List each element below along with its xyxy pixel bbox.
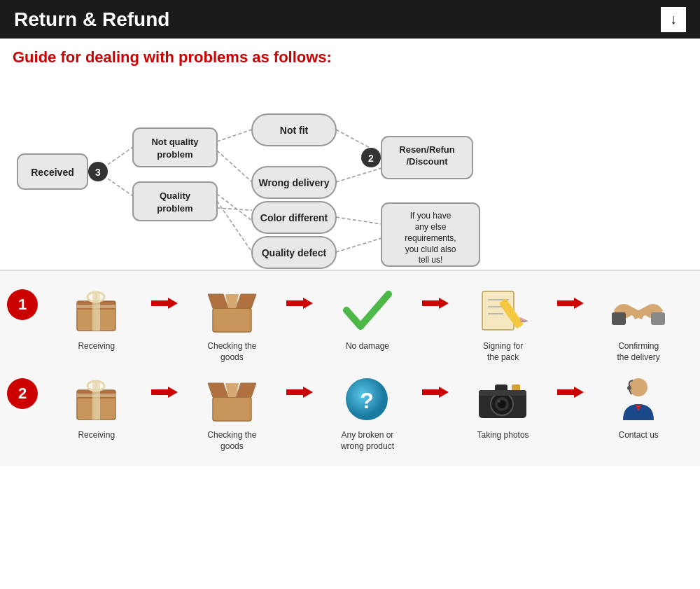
svg-line-18 [217, 194, 252, 221]
svg-rect-43 [77, 305, 115, 308]
step-2-items: Receiving Checking thegoods [42, 371, 693, 452]
arrow-2-3 [286, 282, 313, 310]
svg-marker-86 [557, 387, 584, 398]
checking-icon [200, 282, 263, 338]
svg-rect-21 [252, 202, 336, 233]
svg-text:If you have: If you have [410, 211, 451, 221]
receiving2-label: Receiving [78, 430, 115, 441]
steps-section: 1 Receiving [0, 270, 700, 466]
svg-line-4 [108, 147, 133, 165]
svg-rect-16 [252, 167, 336, 198]
arrow-1-2 [151, 282, 178, 310]
svg-text:Quality defect: Quality defect [262, 247, 327, 258]
svg-rect-9 [133, 182, 217, 221]
checking-label: Checking thegoods [207, 341, 256, 363]
step-2-question: ? Any broken orwrong product [313, 371, 422, 452]
header: Return & Refund ↓ [0, 0, 700, 39]
svg-rect-6 [133, 128, 217, 167]
page-title: Return & Refund [14, 8, 169, 31]
svg-line-25 [336, 130, 382, 154]
svg-rect-23 [252, 237, 336, 268]
arrow-s2-4-5 [557, 371, 584, 399]
svg-text:problem: problem [157, 203, 192, 214]
svg-line-12 [217, 130, 252, 141]
svg-line-19 [217, 201, 252, 252]
step-row-2: 2 Receiving [7, 371, 693, 452]
guide-title: Guide for dealing with problems as follo… [0, 39, 700, 74]
svg-marker-71 [208, 383, 228, 397]
svg-line-32 [336, 217, 382, 224]
svg-text:requirements,: requirements, [405, 233, 456, 243]
arrow-s2-1-2 [151, 371, 178, 399]
step-1-checking: Checking thegoods [178, 282, 287, 363]
svg-rect-85 [479, 390, 526, 396]
svg-rect-61 [612, 312, 626, 325]
checkmark-icon [336, 282, 399, 338]
svg-text:?: ? [360, 388, 374, 413]
svg-line-5 [108, 179, 133, 196]
svg-text:2: 2 [368, 153, 374, 164]
svg-marker-77 [422, 387, 449, 398]
receiving2-icon [65, 371, 128, 427]
svg-text:tell us!: tell us! [419, 255, 443, 265]
svg-text:you cluld also: you cluld also [405, 244, 456, 254]
svg-line-20 [217, 208, 252, 210]
svg-rect-66 [77, 394, 115, 397]
svg-rect-70 [213, 397, 251, 421]
svg-text:3: 3 [95, 167, 101, 178]
step-1-items: Receiving [42, 282, 693, 363]
person-icon [607, 371, 670, 427]
svg-text:any else: any else [415, 222, 447, 232]
step-row-1: 1 Receiving [7, 282, 693, 363]
step-1-confirming: Confirmingthe delivery [584, 282, 693, 363]
contact-label: Contact us [618, 430, 658, 441]
svg-text:Not fit: Not fit [280, 125, 309, 136]
arrow-4-5 [557, 282, 584, 310]
svg-marker-60 [557, 298, 584, 309]
arrow-s2-2-3 [286, 371, 313, 399]
svg-text:Color different: Color different [260, 212, 328, 223]
svg-text:problem: problem [157, 149, 192, 160]
svg-text:Wrong delivery: Wrong delivery [259, 177, 330, 188]
svg-marker-69 [151, 387, 178, 398]
svg-marker-46 [151, 298, 178, 309]
step-2-contact: Contact us [584, 371, 693, 441]
confirming-label: Confirmingthe delivery [617, 341, 659, 363]
svg-text:/Discount: /Discount [406, 156, 448, 167]
checking2-label: Checking thegoods [207, 430, 256, 452]
svg-rect-27 [382, 137, 472, 179]
svg-marker-74 [286, 387, 313, 398]
svg-point-30 [361, 148, 381, 167]
step-1-signing: Signing forthe pack [449, 282, 558, 363]
svg-line-13 [217, 151, 252, 182]
svg-rect-14 [252, 114, 336, 146]
receiving-icon [65, 282, 128, 338]
svg-point-2 [88, 162, 108, 181]
question-icon: ? [336, 371, 399, 427]
svg-marker-48 [208, 294, 228, 308]
svg-line-26 [336, 168, 382, 182]
receiving-label: Receiving [78, 341, 115, 352]
svg-text:Resen/Refun: Resen/Refun [399, 144, 455, 155]
svg-point-82 [498, 400, 500, 403]
step-2-receiving: Receiving [42, 371, 151, 441]
svg-rect-62 [651, 312, 665, 325]
arrow-3-4 [422, 282, 449, 310]
svg-text:Not quality: Not quality [151, 137, 199, 147]
header-arrow-icon: ↓ [661, 7, 686, 32]
step-2-checking: Checking thegoods [178, 371, 287, 452]
step-1-nodamage: No damage [313, 282, 422, 352]
photos-label: Taking photos [477, 430, 529, 441]
svg-rect-47 [213, 308, 251, 332]
svg-point-88 [627, 386, 631, 390]
signing-label: Signing forthe pack [483, 341, 523, 363]
flowchart-area: Received 3 Not quality problem Quality p… [0, 74, 700, 270]
step-number-2: 2 [7, 378, 38, 409]
svg-text:Quality: Quality [160, 190, 191, 201]
svg-text:Received: Received [31, 167, 74, 178]
step-1-receiving: Receiving [42, 282, 151, 352]
svg-marker-52 [422, 298, 449, 309]
question-label: Any broken orwrong product [341, 430, 394, 452]
handshake-icon [607, 282, 670, 338]
svg-marker-49 [236, 294, 256, 308]
